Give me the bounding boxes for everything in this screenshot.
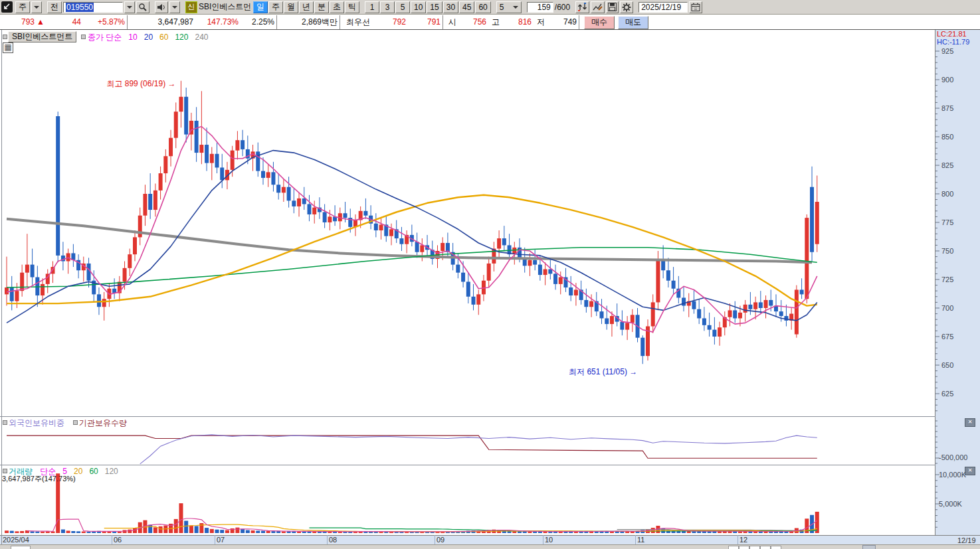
candle-body [625, 323, 629, 329]
candle-body [163, 156, 167, 173]
candle-body [497, 238, 501, 248]
divider [276, 15, 277, 29]
minute-button-45[interactable]: 45 [459, 1, 474, 13]
bullet-icon [73, 420, 78, 425]
month-separator [112, 535, 112, 544]
candle-body [461, 273, 465, 282]
scrollbar-button[interactable] [771, 546, 781, 549]
minute-button-5[interactable]: 5 [395, 1, 410, 13]
candle-body [518, 248, 522, 258]
panel-toggle-icon[interactable] [1, 1, 13, 13]
search-button[interactable] [136, 1, 149, 13]
volume-bar [184, 521, 188, 533]
minute-button-1[interactable]: 1 [365, 1, 379, 13]
price-tick-label: 750 [941, 247, 953, 255]
candle-body [87, 264, 91, 281]
candle-body [5, 287, 9, 294]
minute-button-60[interactable]: 60 [475, 1, 490, 13]
cycle-dropdown[interactable] [31, 1, 42, 13]
price-tick-label: 725 [941, 275, 953, 283]
date-input[interactable]: 2025/12/19 [638, 2, 688, 13]
candle-body [661, 260, 665, 270]
volume-bar [107, 532, 111, 533]
candle-body [307, 204, 311, 214]
price-tick-label: 825 [941, 161, 953, 169]
candle-body [584, 300, 588, 307]
close-panel-button[interactable]: ✕ [965, 467, 975, 475]
bullet-icon [3, 35, 7, 39]
prev-stock-button[interactable]: 전 [47, 1, 62, 13]
ma-240-line [7, 219, 812, 262]
volume-bar [251, 530, 255, 533]
volume-bar [261, 531, 265, 533]
candle-body [476, 294, 480, 304]
volume-bar [123, 530, 127, 533]
period-button-틱[interactable]: 틱 [345, 1, 359, 13]
holdings-layer [7, 435, 817, 464]
period-button-초[interactable]: 초 [330, 1, 344, 13]
candle-body [379, 224, 383, 230]
price-tick-label: 675 [941, 333, 953, 341]
candle-body [25, 265, 29, 273]
chart-title-button[interactable]: SBI인베스트먼트 [8, 31, 76, 42]
candles-layer[interactable] [5, 81, 819, 364]
candle-body [231, 151, 235, 170]
sell-button[interactable]: 매도 [618, 16, 648, 29]
code-dropdown[interactable] [124, 1, 135, 13]
volume-bar [159, 526, 163, 533]
save-button[interactable] [606, 1, 619, 13]
divider [442, 15, 443, 29]
compare-order-button[interactable] [575, 1, 589, 13]
sound-dropdown[interactable] [169, 1, 180, 13]
draw-tool-button[interactable] [591, 1, 605, 13]
scrollbar-button[interactable] [739, 546, 749, 549]
stock-code-input[interactable]: 019550 [63, 2, 123, 13]
buy-button[interactable]: 매수 [584, 16, 615, 29]
candle-body [605, 318, 609, 324]
period-button-년[interactable]: 년 [299, 1, 314, 13]
candle-body [589, 301, 593, 307]
month-separator [737, 535, 738, 544]
volume-layer[interactable] [5, 473, 819, 533]
scrollbar-button[interactable] [728, 546, 739, 549]
h-scrollbar-thumb[interactable] [862, 545, 876, 549]
scrollbar-button[interactable] [749, 546, 760, 549]
period-button-월[interactable]: 월 [284, 1, 298, 13]
candle-body [215, 154, 219, 168]
month-label: 12 [739, 536, 747, 544]
sound-button[interactable] [155, 1, 168, 13]
volume-bar [112, 532, 116, 533]
close-panel-button[interactable]: ✕ [965, 418, 975, 427]
candle-body [810, 187, 814, 252]
bar-count-input[interactable]: 159 [527, 2, 553, 13]
period-button-주[interactable]: 주 [268, 1, 283, 13]
best-ask: 792 [374, 15, 406, 29]
minute-button-3[interactable]: 3 [380, 1, 395, 13]
candle-body [20, 273, 24, 291]
chart-grid-tool-icon[interactable]: ▦ [3, 42, 13, 53]
period-button-분[interactable]: 분 [314, 1, 329, 13]
price-change: 44 [47, 15, 81, 29]
minute-select[interactable]: 5 [496, 1, 522, 13]
candle-body [759, 302, 763, 308]
calendar-button[interactable] [689, 1, 702, 13]
candle-body [553, 274, 557, 283]
candle-body [800, 289, 804, 294]
volume-bar [246, 530, 250, 533]
minute-button-15[interactable]: 15 [427, 1, 442, 13]
minute-button-10[interactable]: 10 [411, 1, 426, 13]
month-label: 06 [114, 536, 122, 544]
cycle-button[interactable]: 주 [15, 1, 30, 13]
minute-button-30[interactable]: 30 [443, 1, 458, 13]
candle-body [328, 216, 332, 222]
chevron-down-icon [513, 6, 518, 11]
scrollbar-button[interactable] [760, 546, 771, 549]
trade-value: 2,869백만 [279, 15, 338, 29]
period-button-일[interactable]: 일 [253, 1, 268, 13]
candle-body [282, 187, 286, 193]
volume-bar [225, 530, 229, 533]
candle-body [466, 281, 470, 296]
hc-readout: HC:-11.79 [937, 38, 969, 46]
settings-button[interactable] [620, 1, 633, 13]
price-tick-label: 875 [941, 104, 953, 112]
